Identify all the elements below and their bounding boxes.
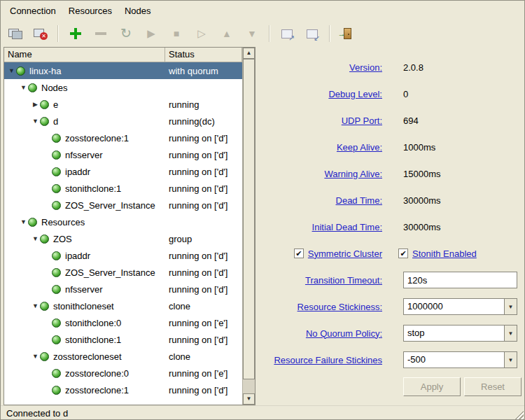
tree-item-status: running(dc) [165, 116, 242, 127]
start-button[interactable] [141, 24, 162, 43]
tree-row[interactable]: stonithclone:0running on ['e'] [4, 314, 242, 331]
toolbar [1, 20, 524, 47]
tree-row[interactable]: ▼linux-hawith quorum [4, 62, 242, 79]
properties-panel: Version:2.0.8Debug Level:0UDP Port:694Ke… [258, 47, 523, 405]
expander-expanded-icon[interactable]: ▼ [19, 79, 28, 96]
tree-row[interactable]: ZOS_Server_Instancerunning on ['d'] [4, 197, 242, 214]
form-row: Initial Dead Time:30000ms [260, 214, 522, 240]
tree-row[interactable]: ipaddrrunning on ['d'] [4, 163, 242, 180]
scroll-down-icon[interactable]: ▼ [243, 393, 255, 405]
tree-row[interactable]: nfsserverrunning on ['d'] [4, 281, 242, 298]
column-header-name[interactable]: Name [4, 48, 165, 62]
unmigrate-icon [307, 29, 318, 38]
unmigrate-button[interactable] [302, 24, 323, 43]
tree-item-label: d [53, 116, 58, 127]
tree-row[interactable]: ▼ZOSgroup [4, 230, 242, 247]
resource-failure-stickiness-combo-value[interactable]: -500 [403, 351, 504, 368]
expander-expanded-icon[interactable]: ▼ [19, 214, 28, 230]
tree-item-status: running on ['d'] [165, 385, 242, 396]
tree-row-name-cell: stonithclone:0 [4, 314, 165, 331]
reset-button[interactable]: Reset [464, 377, 522, 396]
initial-dead-time-label: Initial Dead Time: [260, 222, 382, 232]
connect-button[interactable] [5, 24, 26, 43]
tree-row[interactable]: ▼stonithclonesetclone [4, 298, 242, 314]
column-header-status[interactable]: Status [165, 48, 242, 62]
status-orb-icon [40, 117, 49, 126]
resource-failure-stickiness-label: Resource Failure Stickines [260, 355, 382, 365]
add-button[interactable] [65, 24, 86, 43]
tree-row[interactable]: zosstoreclone:0running on ['e'] [4, 365, 242, 382]
scrollbar-thumb[interactable] [243, 59, 255, 379]
expander-collapsed-icon[interactable]: ▶ [31, 96, 40, 113]
no-quorum-policy-combo[interactable]: stop▼ [403, 325, 517, 342]
remove-button[interactable] [90, 24, 111, 43]
disconnect-button[interactable] [30, 24, 51, 43]
tree-row[interactable]: ▶erunning [4, 96, 242, 113]
tree-row[interactable]: ▼drunning(dc) [4, 113, 242, 130]
stop-button[interactable] [166, 24, 187, 43]
tree-row-name-cell: ▼d [4, 113, 165, 130]
tree-row[interactable]: stonithclone:1running on ['d'] [4, 331, 242, 348]
apply-button[interactable]: Apply [403, 377, 461, 396]
tree-item-label: stonithclone:0 [65, 318, 121, 328]
connect-icon [8, 29, 22, 39]
no-quorum-policy-combo-value[interactable]: stop [403, 325, 504, 342]
form-row: ✔Symmetric Cluster✔Stonith Enabled [260, 240, 522, 267]
stonith-enabled-checkbox[interactable]: ✔ [398, 248, 408, 258]
scrollbar-track[interactable] [243, 59, 255, 393]
resource-stickiness-combo-value[interactable]: 1000000 [403, 298, 504, 315]
udp-port-value: 694 [403, 115, 419, 126]
expander-expanded-icon[interactable]: ▼ [7, 62, 16, 79]
expander-expanded-icon[interactable]: ▼ [31, 298, 40, 314]
warning-alive-value: 15000ms [403, 169, 440, 179]
expander-expanded-icon[interactable]: ▼ [31, 113, 40, 130]
tree-row[interactable]: zosstoreclone:1running on ['d'] [4, 382, 242, 398]
tree-content: Name Status ▼linux-hawith quorum▼Nodes▶e… [4, 48, 242, 405]
status-orb-icon [40, 352, 49, 361]
status-orb-icon [52, 369, 61, 378]
expander-expanded-icon[interactable]: ▼ [31, 348, 40, 365]
expander-expanded-icon[interactable]: ▼ [31, 230, 40, 247]
resize-grip[interactable] [514, 410, 524, 420]
vertical-scrollbar[interactable]: ▲ ▼ [242, 48, 255, 405]
menu-item-resources[interactable]: Resources [62, 2, 118, 20]
refresh-button[interactable] [115, 24, 136, 43]
scroll-up-icon[interactable]: ▲ [243, 48, 255, 59]
resource-failure-stickiness-combo[interactable]: -500▼ [403, 351, 517, 368]
tree-row[interactable]: zosstoreclone:1running on ['d'] [4, 130, 242, 146]
resource-stickiness-label: Resource Stickiness: [260, 302, 382, 312]
menu-item-nodes[interactable]: Nodes [118, 2, 158, 20]
tree-row[interactable]: ▼zosstoreclonesetclone [4, 348, 242, 365]
form-row: Resource Failure Stickines-500▼ [260, 346, 522, 373]
migrate-button[interactable] [276, 24, 298, 43]
combo-dropdown-icon[interactable]: ▼ [504, 298, 517, 315]
tree-item-status: clone [165, 351, 242, 362]
symmetric-cluster-checkbox-group: ✔Symmetric Cluster [260, 248, 382, 259]
form-row: Warning Alive:15000ms [260, 160, 522, 187]
form-row: Transition Timeout: [260, 267, 522, 293]
tree-row[interactable]: ZOS_Server_Instancerunning on ['d'] [4, 264, 242, 281]
combo-dropdown-icon[interactable]: ▼ [504, 325, 517, 342]
tree-row[interactable]: ipaddrrunning on ['d'] [4, 247, 242, 264]
move-down-button[interactable] [241, 24, 262, 43]
form-row: UDP Port:694 [260, 107, 522, 134]
default-button[interactable] [191, 24, 212, 43]
symmetric-cluster-checkbox[interactable]: ✔ [294, 248, 304, 258]
transition-timeout-input[interactable] [403, 272, 517, 288]
resource-stickiness-combo[interactable]: 1000000▼ [403, 298, 517, 315]
debug-level-value: 0 [403, 89, 408, 99]
tree-row-name-cell: ipaddr [4, 247, 165, 264]
menu-item-connection[interactable]: Connection [4, 2, 62, 20]
tree-item-label: linux-ha [29, 66, 62, 76]
tree-row[interactable]: ▼Resources [4, 214, 242, 230]
status-orb-icon [52, 134, 61, 143]
tree-row[interactable]: ▼Nodes [4, 79, 242, 96]
tree-item-label: nfsserver [65, 284, 102, 295]
tree-item-status: running on ['d'] [165, 167, 242, 177]
combo-dropdown-icon[interactable]: ▼ [504, 351, 517, 368]
quit-button[interactable] [337, 24, 358, 43]
tree-row[interactable]: nfsserverrunning on ['d'] [4, 146, 242, 163]
move-up-button[interactable] [216, 24, 237, 43]
tree-row[interactable]: stonithclone:1running on ['d'] [4, 180, 242, 197]
tree-item-status: running on ['d'] [165, 335, 242, 345]
